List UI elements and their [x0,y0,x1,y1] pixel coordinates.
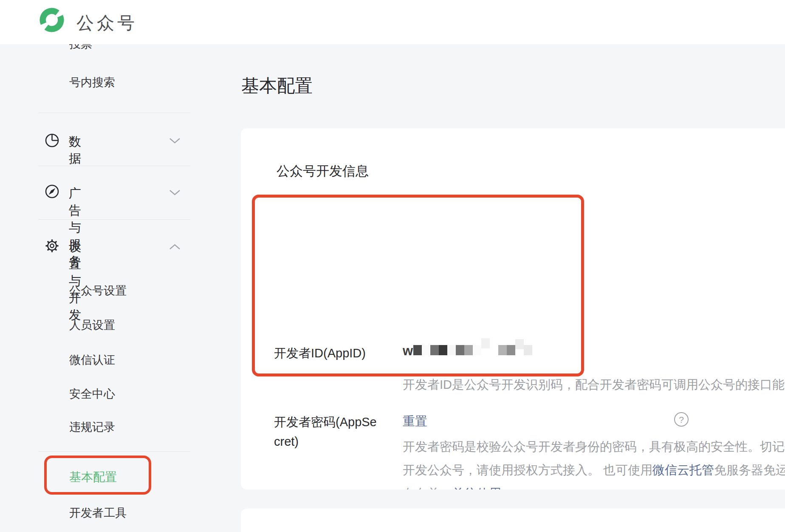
compass-icon [44,184,60,199]
wechat-mp-logo-icon [38,6,65,34]
cloud-hosting-link[interactable]: 微信云托管 [652,463,714,477]
sidebar-item-violation-records[interactable]: 违规记录 [69,419,115,435]
chevron-down-icon[interactable] [169,189,181,196]
appsecret-desc-line2: 开发公众号，请使用授权方式接入。 也可使用 [403,463,652,477]
next-section-card [241,509,785,532]
appsecret-desc-line1: 开发者密码是校验公众号开发者身份的密码，具有极高的安全性。切记勿 [403,440,785,453]
sidebar-divider [38,166,190,166]
gear-icon [44,238,60,254]
sidebar-divider [38,219,190,220]
sidebar-divider [38,113,190,113]
help-icon[interactable]: ? [674,412,689,427]
go-to-use-link[interactable]: 前往使用 [452,487,501,490]
top-header: 公众号 [0,0,785,44]
sidebar-item-security-center[interactable]: 安全中心 [69,386,115,402]
appsecret-desc-line3: 白名单， [403,487,452,490]
developer-info-card: 公众号开发信息 开发者ID(AppID) w 开发者ID是公众号开发识别码，配合… [241,128,785,490]
mosaic-blocks [413,343,532,351]
appsecret-label: 开发者密码(AppSecret) [274,412,383,451]
sidebar-item-wechat-verification[interactable]: 微信认证 [69,352,115,368]
sidebar-item-in-account-search[interactable]: 号内搜索 [69,75,115,90]
card-heading: 公众号开发信息 [277,162,369,180]
appsecret-desc-line2-post: 免服务器免运维 [714,463,785,477]
pie-chart-icon [44,133,60,148]
sidebar-item-staff-settings[interactable]: 人员设置 [69,317,115,333]
sidebar-divider [38,451,190,452]
page-title: 基本配置 [241,74,313,98]
appid-description: 开发者ID是公众号开发识别码，配合开发者密码可调用公众号的接口能力 [403,376,785,393]
chevron-down-icon[interactable] [169,137,181,144]
sidebar-item-basic-config-active[interactable]: 基本配置 [69,469,117,485]
sidebar-item-account-settings[interactable]: 公众号设置 [69,283,127,298]
sidebar-group-label[interactable]: 数据 [69,133,81,167]
appid-value-prefix: w [403,343,413,359]
appid-label: 开发者ID(AppID) [274,343,366,363]
appid-value-mosaic: w [403,343,532,356]
sidebar-group-label[interactable]: 设置与开发 [69,239,81,324]
appsecret-description: 开发者密码是校验公众号开发者身份的密码，具有极高的安全性。切记勿 开发公众号，请… [403,435,785,490]
brand-title: 公众号 [76,11,138,35]
appsecret-desc-line3-post: 。 [501,487,514,490]
sidebar-item-developer-tools[interactable]: 开发者工具 [69,505,127,521]
chevron-up-icon[interactable] [169,243,181,250]
reset-appsecret-link[interactable]: 重置 [403,413,427,430]
